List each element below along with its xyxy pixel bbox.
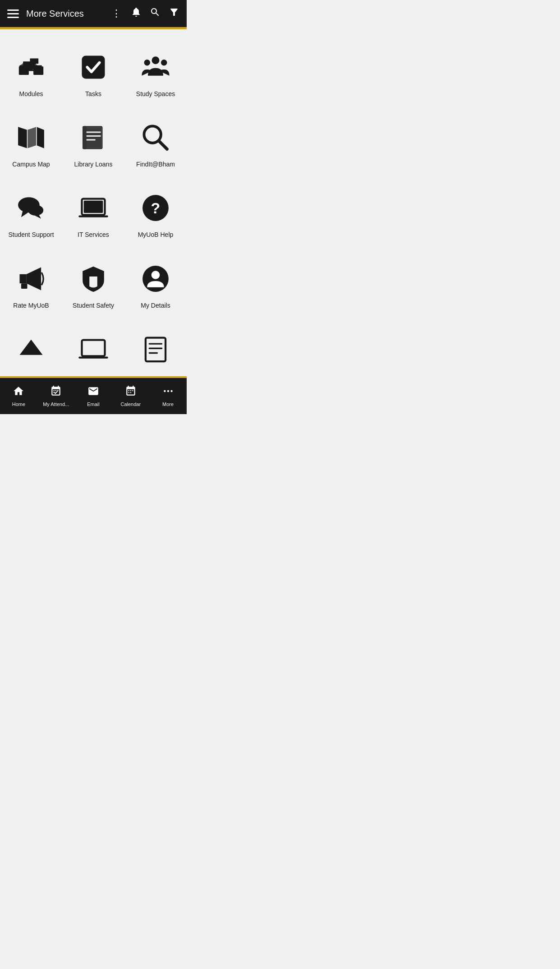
more-dots-icon (162, 385, 174, 399)
rate-myuob-icon (15, 263, 47, 295)
campus-map-item[interactable]: Campus Map (0, 109, 62, 179)
svg-marker-40 (27, 267, 41, 290)
notification-icon[interactable] (131, 7, 142, 20)
student-safety-icon (77, 263, 110, 295)
it-services-item[interactable]: IT Services (62, 179, 124, 249)
partial-item-1[interactable] (0, 320, 62, 372)
tasks-label: Tasks (85, 90, 101, 98)
search-icon[interactable] (150, 7, 161, 20)
services-grid: Modules Tasks (0, 38, 187, 320)
svg-point-12 (152, 56, 160, 64)
svg-rect-8 (33, 65, 42, 72)
rate-myuob-item[interactable]: Rate MyUoB (0, 250, 62, 320)
study-spaces-item[interactable]: Study Spaces (124, 38, 187, 109)
campus-map-icon (15, 121, 47, 154)
svg-line-28 (159, 141, 167, 149)
svg-marker-45 (20, 340, 43, 355)
partial-icon-1 (15, 333, 47, 365)
header-title: More Services (26, 9, 106, 19)
findit-bham-icon (139, 121, 172, 154)
myuob-help-icon: ? (139, 192, 172, 224)
main-content: Modules Tasks (0, 29, 187, 376)
svg-marker-17 (37, 127, 44, 148)
svg-point-52 (164, 390, 165, 392)
nav-email-label: Email (87, 401, 100, 407)
home-icon (13, 385, 24, 399)
student-safety-label: Student Safety (73, 301, 114, 309)
myuob-help-label: MyUoB Help (138, 231, 174, 239)
partial-services-row (0, 320, 187, 372)
svg-rect-46 (82, 340, 105, 356)
svg-point-44 (151, 271, 160, 279)
nav-calendar[interactable]: Calendar (112, 385, 149, 407)
hamburger-menu-button[interactable] (7, 9, 19, 18)
nav-home[interactable]: Home (0, 385, 37, 407)
library-loans-label: Library Loans (74, 160, 113, 168)
nav-attendance[interactable]: My Attend... (37, 385, 75, 407)
partial-icon-3 (139, 333, 172, 365)
nav-calendar-label: Calendar (120, 401, 141, 407)
modules-item[interactable]: Modules (0, 38, 62, 109)
study-spaces-icon (139, 51, 172, 83)
svg-rect-36 (84, 201, 103, 213)
student-support-icon (15, 192, 47, 224)
svg-rect-41 (21, 283, 28, 289)
myuob-help-item[interactable]: ? MyUoB Help (124, 179, 187, 249)
svg-point-53 (167, 390, 169, 392)
student-support-item[interactable]: Student Support (0, 179, 62, 249)
email-icon (87, 385, 99, 399)
rate-myuob-label: Rate MyUoB (13, 301, 49, 309)
my-details-item[interactable]: My Details (124, 250, 187, 320)
svg-rect-42 (90, 276, 97, 286)
svg-rect-10 (30, 58, 38, 64)
my-details-icon (139, 263, 172, 295)
svg-marker-15 (18, 127, 27, 148)
tasks-item[interactable]: Tasks (62, 38, 124, 109)
partial-item-3[interactable] (124, 320, 187, 372)
svg-point-13 (144, 60, 151, 66)
partial-icon-2 (77, 333, 110, 365)
nav-more[interactable]: More (149, 385, 187, 407)
campus-map-label: Campus Map (12, 160, 50, 168)
nav-attendance-label: My Attend... (43, 401, 69, 407)
it-services-label: IT Services (78, 231, 109, 239)
my-details-label: My Details (141, 301, 170, 309)
student-support-label: Student Support (8, 231, 54, 239)
modules-icon (15, 51, 47, 83)
svg-point-31 (28, 205, 43, 216)
nav-email[interactable]: Email (75, 385, 112, 407)
findit-bham-label: FindIt@Bham (136, 160, 175, 168)
modules-label: Modules (19, 90, 43, 98)
svg-marker-39 (20, 274, 27, 283)
study-spaces-label: Study Spaces (136, 90, 175, 98)
header-action-icons (131, 7, 179, 20)
nav-home-label: Home (12, 401, 25, 407)
calendar-icon (125, 385, 137, 399)
app-header: More Services ⋮ (0, 0, 187, 27)
library-loans-item[interactable]: Library Loans (62, 109, 124, 179)
it-services-icon (77, 192, 110, 224)
svg-point-14 (161, 60, 167, 66)
findit-bham-item[interactable]: FindIt@Bham (124, 109, 187, 179)
student-safety-item[interactable]: Student Safety (62, 250, 124, 320)
library-loans-icon (77, 121, 110, 154)
svg-rect-48 (146, 337, 165, 361)
svg-text:?: ? (151, 199, 161, 217)
more-options-button[interactable]: ⋮ (111, 8, 122, 19)
svg-marker-16 (28, 127, 37, 148)
calendar-check-icon (50, 385, 62, 399)
partial-item-2[interactable] (62, 320, 124, 372)
filter-icon[interactable] (169, 7, 179, 20)
svg-point-54 (170, 390, 172, 392)
svg-rect-11 (82, 56, 105, 79)
bottom-navigation: Home My Attend... Email Calendar (0, 378, 187, 414)
svg-rect-26 (83, 126, 87, 149)
nav-more-label: More (162, 401, 174, 407)
tasks-icon (77, 51, 110, 83)
